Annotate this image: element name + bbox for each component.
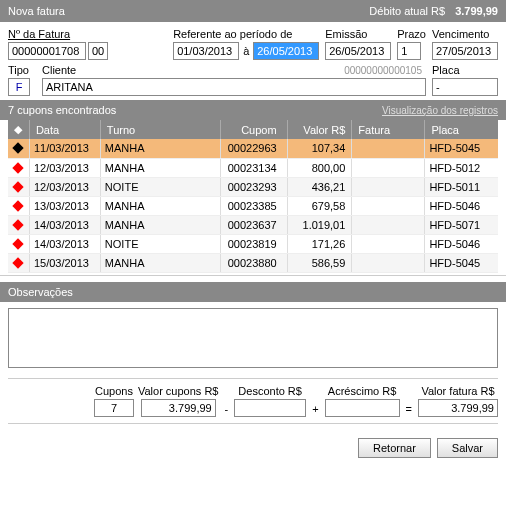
valor-cupons[interactable] [141,399,216,417]
cell-turno: NOITE [100,234,220,253]
diamond-icon [13,257,24,268]
cell-fatura [352,215,425,234]
cell-placa: HFD-5071 [425,215,498,234]
cell-valor: 171,26 [287,234,352,253]
cell-cupom: 00023880 [220,253,287,272]
minus-op: - [222,403,230,415]
cell-turno: MANHA [100,253,220,272]
ref-to-input[interactable]: 26/05/2013 [253,42,319,60]
ref-sep: à [243,45,249,57]
table-row[interactable]: 15/03/2013MANHA00023880586,59HFD-5045 [8,253,498,272]
placa-input[interactable] [432,78,498,96]
obs-textarea[interactable] [8,308,498,368]
table-row[interactable]: 14/03/2013MANHA000236371.019,01HFD-5071 [8,215,498,234]
cell-fatura [352,158,425,177]
cliente-label: Cliente [42,64,76,76]
row-icon [8,139,29,158]
diamond-icon [13,238,24,249]
diamond-icon [13,181,24,192]
valor-fatura[interactable] [418,399,498,417]
header-bar: Nova fatura Débito atual R$ 3.799,99 [0,0,506,22]
desconto[interactable] [234,399,306,417]
cell-cupom: 00023385 [220,196,287,215]
col-valor[interactable]: Valor R$ [287,120,352,139]
obs-label: Observações [8,286,73,298]
cell-cupom: 00023293 [220,177,287,196]
table-header-row: ◆ Data Turno Cupom Valor R$ Fatura Placa [8,120,498,139]
obs-header: Observações [0,282,506,302]
col-cupom[interactable]: Cupom [220,120,287,139]
cell-valor: 679,58 [287,196,352,215]
cell-cupom: 00023134 [220,158,287,177]
fatura-label: Nº da Fatura [8,28,108,40]
col-fatura[interactable]: Fatura [352,120,425,139]
col-placa[interactable]: Placa [425,120,498,139]
cell-valor: 436,21 [287,177,352,196]
acrescimo[interactable] [325,399,400,417]
row-icon [8,177,29,196]
cell-data: 12/03/2013 [29,158,100,177]
cupons-total[interactable] [94,399,134,417]
eq-op: = [404,403,414,415]
cell-placa: HFD-5046 [425,196,498,215]
col-turno[interactable]: Turno [100,120,220,139]
table-row[interactable]: 12/03/2013NOITE00023293436,21HFD-5011 [8,177,498,196]
plus-op: + [310,403,320,415]
fatura-seq-input[interactable] [88,42,108,60]
list-count: 7 cupons encontrados [8,104,116,116]
col-icon[interactable]: ◆ [8,120,29,139]
col-data[interactable]: Data [29,120,100,139]
cell-cupom: 00022963 [220,139,287,158]
row-icon [8,215,29,234]
cell-data: 15/03/2013 [29,253,100,272]
cliente-input[interactable] [42,78,426,96]
row-icon [8,158,29,177]
form-area: Nº da Fatura Referente ao período de à 2… [0,22,506,96]
cell-fatura [352,139,425,158]
vis-link[interactable]: Visualização dos registros [382,105,498,116]
cell-turno: MANHA [100,139,220,158]
emissao-label: Emissão [325,28,391,40]
cell-data: 14/03/2013 [29,215,100,234]
ref-from-input[interactable] [173,42,239,60]
cell-data: 13/03/2013 [29,196,100,215]
totals-row: Cupons Valor cupons R$ - Desconto R$ + A… [8,378,498,424]
table-row[interactable]: 13/03/2013MANHA00023385679,58HFD-5046 [8,196,498,215]
cupons-total-label: Cupons [95,385,133,397]
list-header: 7 cupons encontrados Visualização dos re… [0,100,506,120]
cell-valor: 107,34 [287,139,352,158]
cell-valor: 1.019,01 [287,215,352,234]
row-icon [8,234,29,253]
header-title: Nova fatura [8,5,65,17]
row-icon [8,196,29,215]
fatura-num-input[interactable] [8,42,86,60]
diamond-icon [13,143,24,154]
cell-turno: MANHA [100,215,220,234]
cell-cupom: 00023819 [220,234,287,253]
venc-input[interactable] [432,42,498,60]
desconto-label: Desconto R$ [238,385,302,397]
placa-label: Placa [432,64,498,76]
cell-turno: NOITE [100,177,220,196]
table-row[interactable]: 12/03/2013MANHA00023134800,00HFD-5012 [8,158,498,177]
prazo-input[interactable] [397,42,421,60]
cell-data: 12/03/2013 [29,177,100,196]
cliente-id: 00000000000105 [76,65,426,76]
cell-cupom: 00023637 [220,215,287,234]
valor-cupons-label: Valor cupons R$ [138,385,219,397]
cell-placa: HFD-5011 [425,177,498,196]
prazo-label: Prazo [397,28,426,40]
cell-fatura [352,234,425,253]
emissao-input[interactable] [325,42,391,60]
retornar-button[interactable]: Retornar [358,438,431,458]
diamond-icon [13,219,24,230]
cell-fatura [352,253,425,272]
salvar-button[interactable]: Salvar [437,438,498,458]
cell-placa: HFD-5045 [425,139,498,158]
debit-label: Débito atual R$ [369,5,445,17]
diamond-icon [13,200,24,211]
tipo-label: Tipo [8,64,36,76]
table-row[interactable]: 11/03/2013MANHA00022963107,34HFD-5045 [8,139,498,158]
tipo-input[interactable] [8,78,30,96]
table-row[interactable]: 14/03/2013NOITE00023819171,26HFD-5046 [8,234,498,253]
